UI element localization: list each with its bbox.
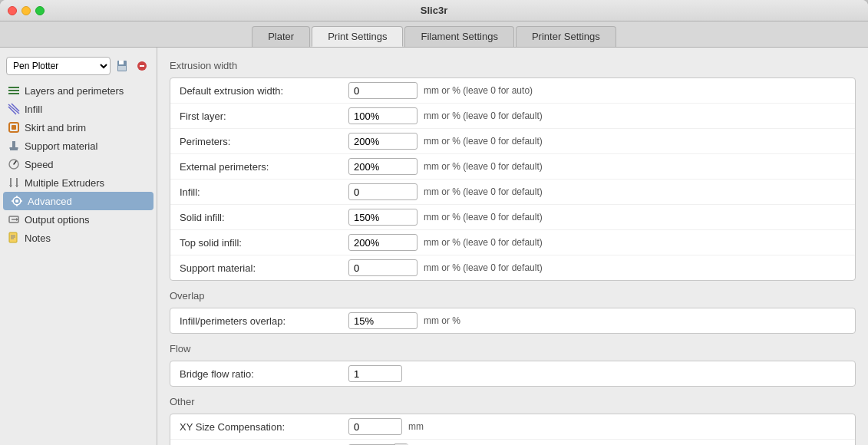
main-window: Slic3r Plater Print Settings Filament Se… bbox=[0, 0, 868, 445]
svg-line-17 bbox=[14, 161, 16, 164]
sidebar-item-speed[interactable]: Speed bbox=[0, 155, 157, 173]
unit-perimeters: mm or % (leave 0 for default) bbox=[424, 136, 543, 147]
main-area: Pen Plotter bbox=[0, 48, 868, 445]
speed-icon bbox=[8, 158, 20, 170]
infill-icon bbox=[8, 103, 20, 115]
profile-bar: Pen Plotter bbox=[0, 54, 157, 81]
table-row: Default extrusion width: mm or % (leave … bbox=[170, 78, 855, 104]
row-label-external-perimeters: External perimeters: bbox=[180, 161, 348, 173]
input-top-solid-infill[interactable] bbox=[348, 234, 417, 251]
sidebar-label-notes: Notes bbox=[25, 232, 51, 244]
minimize-button[interactable] bbox=[21, 6, 31, 15]
content-area: Extrusion width Default extrusion width:… bbox=[157, 48, 868, 445]
row-label-default-extrusion: Default extrusion width: bbox=[180, 85, 348, 97]
input-xy-size[interactable] bbox=[348, 418, 402, 435]
other-panel: XY Size Compensation: mm Threads: ▲ ▼ bbox=[170, 414, 856, 445]
tab-bar: Plater Print Settings Filament Settings … bbox=[0, 21, 868, 48]
input-infill[interactable] bbox=[348, 183, 417, 200]
svg-rect-5 bbox=[8, 87, 19, 88]
unit-default-extrusion: mm or % (leave 0 for auto) bbox=[424, 85, 533, 96]
support-icon bbox=[8, 140, 20, 152]
flow-panel: Bridge flow ratio: bbox=[170, 361, 856, 387]
extruder-icon bbox=[8, 176, 20, 189]
section-title-extrusion-width: Extrusion width bbox=[170, 60, 856, 71]
table-row: Infill/perimeters overlap: mm or % bbox=[170, 308, 855, 333]
sidebar-item-notes[interactable]: Notes bbox=[0, 229, 157, 247]
maximize-button[interactable] bbox=[35, 6, 45, 15]
svg-rect-14 bbox=[12, 141, 15, 147]
extrusion-width-panel: Default extrusion width: mm or % (leave … bbox=[170, 77, 856, 281]
row-label-solid-infill: Solid infill: bbox=[180, 212, 348, 223]
tab-plater[interactable]: Plater bbox=[252, 26, 310, 47]
table-row: External perimeters: mm or % (leave 0 fo… bbox=[170, 154, 855, 180]
input-solid-infill[interactable] bbox=[348, 209, 417, 226]
sidebar-item-output-options[interactable]: Output options bbox=[0, 210, 157, 229]
table-row: Top solid infill: mm or % (leave 0 for d… bbox=[170, 230, 855, 255]
unit-external-perimeters: mm or % (leave 0 for default) bbox=[424, 161, 543, 172]
sidebar-label-advanced: Advanced bbox=[28, 196, 72, 207]
window-title: Slic3r bbox=[421, 5, 447, 16]
sidebar-item-support-material[interactable]: Support material bbox=[0, 137, 157, 155]
input-external-perimeters[interactable] bbox=[348, 158, 417, 175]
output-icon bbox=[8, 213, 20, 226]
sidebar-label-speed: Speed bbox=[25, 159, 54, 170]
table-row: Solid infill: mm or % (leave 0 for defau… bbox=[170, 205, 855, 230]
save-profile-button[interactable] bbox=[114, 58, 130, 74]
sidebar-label-extruders: Multiple Extruders bbox=[25, 177, 104, 189]
sidebar-label-skirt: Skirt and brim bbox=[25, 122, 86, 134]
notes-icon bbox=[8, 232, 20, 244]
unit-infill-perimeters-overlap: mm or % bbox=[424, 315, 460, 326]
table-row: Threads: ▲ ▼ bbox=[170, 440, 855, 445]
sidebar-label-layers: Layers and perimeters bbox=[25, 85, 124, 97]
sidebar-label-support: Support material bbox=[25, 140, 97, 152]
unit-solid-infill: mm or % (leave 0 for default) bbox=[424, 212, 543, 222]
svg-marker-21 bbox=[15, 185, 18, 187]
table-row: Perimeters: mm or % (leave 0 for default… bbox=[170, 129, 855, 154]
svg-rect-6 bbox=[8, 90, 19, 91]
skirt-icon bbox=[8, 121, 20, 134]
sidebar-item-layers-perimeters[interactable]: Layers and perimeters bbox=[0, 81, 157, 100]
sidebar-item-skirt-brim[interactable]: Skirt and brim bbox=[0, 118, 157, 137]
section-title-other: Other bbox=[170, 396, 856, 407]
overlap-panel: Infill/perimeters overlap: mm or % bbox=[170, 308, 856, 334]
delete-profile-button[interactable] bbox=[134, 58, 150, 74]
sidebar-item-advanced[interactable]: Advanced bbox=[3, 192, 153, 210]
sidebar-item-infill[interactable]: Infill bbox=[0, 100, 157, 118]
layers-icon bbox=[8, 84, 20, 97]
tab-filament-settings[interactable]: Filament Settings bbox=[404, 26, 513, 47]
tab-print-settings[interactable]: Print Settings bbox=[312, 26, 403, 47]
svg-marker-20 bbox=[9, 185, 12, 187]
svg-rect-7 bbox=[8, 93, 19, 94]
input-default-extrusion[interactable] bbox=[348, 82, 417, 99]
table-row: Support material: mm or % (leave 0 for d… bbox=[170, 255, 855, 280]
input-bridge-flow[interactable] bbox=[348, 365, 402, 382]
delete-icon bbox=[137, 61, 147, 71]
input-support-material[interactable] bbox=[348, 259, 417, 276]
row-label-bridge-flow: Bridge flow ratio: bbox=[180, 368, 348, 380]
row-label-perimeters: Perimeters: bbox=[180, 136, 348, 147]
advanced-icon bbox=[11, 195, 23, 207]
section-title-overlap: Overlap bbox=[170, 290, 856, 302]
unit-xy-size: mm bbox=[408, 421, 424, 432]
input-perimeters[interactable] bbox=[348, 133, 417, 150]
svg-point-22 bbox=[15, 199, 18, 203]
table-row: Infill: mm or % (leave 0 for default) bbox=[170, 180, 855, 205]
input-first-layer[interactable] bbox=[348, 107, 417, 124]
row-label-xy-size: XY Size Compensation: bbox=[180, 421, 348, 433]
sidebar-item-multiple-extruders[interactable]: Multiple Extruders bbox=[0, 173, 157, 192]
sidebar-label-output: Output options bbox=[25, 214, 90, 226]
tab-printer-settings[interactable]: Printer Settings bbox=[516, 26, 616, 47]
svg-rect-1 bbox=[119, 61, 124, 64]
row-label-first-layer: First layer: bbox=[180, 110, 348, 122]
sidebar: Pen Plotter bbox=[0, 48, 157, 445]
row-label-support-material: Support material: bbox=[180, 262, 348, 274]
svg-rect-15 bbox=[9, 147, 18, 149]
profile-select[interactable]: Pen Plotter bbox=[6, 57, 111, 75]
unit-support-material: mm or % (leave 0 for default) bbox=[424, 262, 543, 273]
input-infill-perimeters-overlap[interactable] bbox=[348, 312, 417, 329]
row-label-infill: Infill: bbox=[180, 186, 348, 198]
close-button[interactable] bbox=[8, 6, 17, 15]
row-label-infill-perimeters-overlap: Infill/perimeters overlap: bbox=[180, 315, 348, 327]
title-bar: Slic3r bbox=[0, 0, 868, 21]
sidebar-label-infill: Infill bbox=[25, 104, 42, 115]
